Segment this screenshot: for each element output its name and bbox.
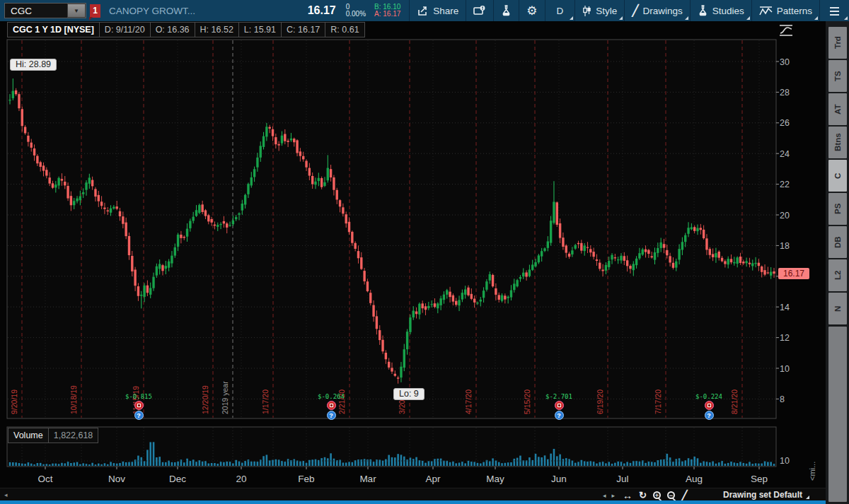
svg-text:12: 12 — [780, 333, 790, 343]
svg-text:30: 30 — [780, 57, 790, 67]
event-marker[interactable]: $-2.701? — [538, 393, 580, 420]
pan-left-button[interactable]: ◂ — [603, 492, 606, 499]
svg-text:9/20/19: 9/20/19 — [10, 389, 18, 414]
alerts-badge-fold — [89, 17, 93, 20]
chart-menu-button[interactable] — [820, 0, 849, 21]
chart-scrollbar-row[interactable]: ◂ ◂ ▸ ↔ ↻ + − ╱ Drawing set Default — [0, 488, 826, 501]
dropdown-corner — [844, 16, 848, 20]
event-marker[interactable]: $-0.264? — [310, 393, 352, 420]
scale-mode-icon[interactable] — [778, 23, 794, 40]
reset-zoom-icon[interactable]: ↻ — [639, 490, 647, 500]
volume-label[interactable]: Volume — [8, 428, 49, 443]
sidebar-tab-c[interactable]: C — [828, 160, 847, 192]
timeframe-button[interactable]: D — [545, 0, 576, 21]
sidebar-scrollbar[interactable] — [828, 327, 847, 502]
dropdown-corner — [619, 16, 623, 20]
sidebar-tab-btns[interactable]: Btns — [828, 127, 847, 158]
dropdown-corner — [685, 16, 688, 20]
fit-width-icon[interactable]: ↔ — [623, 490, 633, 501]
share-button[interactable]: Share — [409, 0, 466, 21]
ask-value: A: 16.17 — [374, 11, 400, 18]
svg-text:8/21/20: 8/21/20 — [730, 389, 739, 414]
event-marker[interactable]: $-0.224? — [688, 393, 730, 420]
alerts-badge[interactable]: 1 — [90, 4, 100, 18]
analyze-button[interactable] — [494, 0, 519, 21]
ohlc-field[interactable]: L: 15.91 — [238, 22, 282, 37]
last-price-axis-badge: 16.17 — [778, 268, 809, 279]
conference-call-icon[interactable]: ? — [705, 411, 714, 420]
company-name: CANOPY GROWT... — [100, 6, 302, 16]
dropdown-corner — [814, 16, 818, 20]
conference-call-icon[interactable]: ? — [555, 411, 564, 420]
svg-text:2019 year: 2019 year — [221, 381, 229, 414]
sidebar-tab-ts[interactable]: TS — [828, 60, 847, 92]
gear-icon: ⚙ — [526, 4, 537, 18]
price-chart-canvas[interactable]: 30282624222018161412108OctNovDec20FebMar… — [0, 21, 826, 504]
dividend-amount: $-0.815 — [117, 393, 160, 400]
svg-text:Sep: Sep — [751, 474, 768, 484]
svg-text:7/17/20: 7/17/20 — [654, 389, 662, 414]
svg-text:18: 18 — [780, 241, 790, 251]
sidebar-tab-trd[interactable]: Trd — [828, 27, 847, 59]
conference-call-icon[interactable]: ? — [327, 411, 336, 420]
svg-text:14: 14 — [780, 303, 790, 312]
svg-text:May: May — [486, 474, 504, 484]
sidebar-tab-at[interactable]: AT — [828, 93, 847, 125]
svg-text:Feb: Feb — [298, 474, 314, 484]
style-button[interactable]: Style — [575, 0, 625, 21]
window-bottom-edge — [0, 500, 849, 504]
drawing-set-selector[interactable]: Drawing set Default — [723, 490, 802, 500]
patterns-button[interactable]: Patterns — [752, 0, 820, 21]
svg-text:20: 20 — [780, 211, 790, 221]
svg-text:12/20/19: 12/20/19 — [201, 385, 209, 414]
main-pane[interactable] — [7, 40, 776, 418]
dividend-amount: $-0.224 — [688, 393, 730, 400]
settings-button[interactable]: ⚙ — [519, 0, 545, 21]
pan-right-button[interactable]: ▸ — [612, 492, 616, 499]
dividend-icon[interactable] — [134, 401, 144, 410]
scroll-left-arrow[interactable]: ◂ — [4, 491, 8, 498]
bid-ask-block: B: 16.10 A: 16.17 — [370, 4, 409, 18]
svg-text:4/17/20: 4/17/20 — [464, 389, 473, 414]
ohlc-field[interactable]: C: 16.17 — [281, 22, 325, 37]
dividend-icon[interactable] — [705, 401, 714, 410]
dividend-icon[interactable] — [327, 401, 336, 410]
ohlc-field[interactable]: H: 16.52 — [195, 22, 239, 37]
flask-icon — [501, 5, 512, 16]
dividend-icon[interactable] — [555, 401, 564, 410]
svg-text:6/19/20: 6/19/20 — [596, 389, 604, 414]
symbol-dropdown-button[interactable]: ▼ — [67, 4, 86, 18]
chart-ohlc-header: CGC 1 Y 1D [NYSE] D: 9/11/20O: 16.36H: 1… — [7, 22, 365, 37]
news-button[interactable] — [466, 0, 494, 21]
studies-flask-icon — [698, 5, 708, 16]
change-percent: 0.00% — [346, 11, 366, 18]
dropdown-corner — [570, 16, 573, 20]
svg-text:10/18/19: 10/18/19 — [69, 385, 78, 414]
sidebar-tab-l2[interactable]: L2 — [828, 259, 847, 291]
svg-text:1/17/20: 1/17/20 — [261, 389, 270, 414]
ohlc-field[interactable]: O: 16.36 — [150, 22, 195, 37]
last-price: 16.17 — [302, 4, 342, 17]
conference-call-icon[interactable]: ? — [134, 411, 144, 420]
sidebar-tab-n[interactable]: N — [828, 293, 847, 324]
svg-text:<mi...: <mi... — [808, 462, 816, 481]
sidebar-tab-ps[interactable]: PS — [828, 193, 847, 225]
svg-text:8: 8 — [780, 394, 785, 404]
draw-pencil-icon[interactable]: ╱ — [681, 490, 687, 501]
zoom-out-icon[interactable]: − — [667, 491, 675, 499]
ohlc-field[interactable]: R: 0.61 — [325, 22, 364, 37]
top-toolbar: CGC ▼ 1 CANOPY GROWT... 16.17 0 0.00% B:… — [0, 0, 849, 21]
news-gadget-icon — [473, 5, 486, 16]
svg-text:10: 10 — [780, 456, 790, 466]
svg-text:Dec: Dec — [169, 474, 186, 484]
zoom-in-icon[interactable]: + — [653, 491, 661, 499]
symbol-input[interactable]: CGC ▼ — [4, 3, 86, 18]
volume-study-header[interactable]: Volume 1,822,618 — [8, 428, 98, 442]
studies-button[interactable]: Studies — [691, 0, 752, 21]
chart-title[interactable]: CGC 1 Y 1D [NYSE] — [7, 22, 100, 37]
dividend-amount: $-0.264 — [310, 393, 352, 400]
ohlc-field[interactable]: D: 9/11/20 — [99, 22, 151, 37]
event-marker[interactable]: $-0.815? — [117, 393, 160, 420]
drawings-button[interactable]: ╱ Drawings — [625, 0, 690, 21]
sidebar-tab-db[interactable]: DB — [828, 226, 847, 258]
